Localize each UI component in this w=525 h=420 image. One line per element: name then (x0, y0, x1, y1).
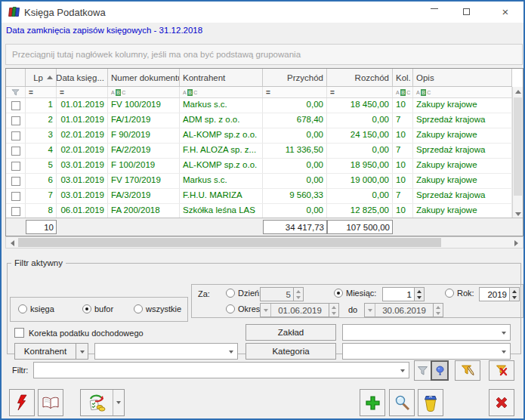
add-record-button[interactable] (360, 389, 385, 416)
spin-up-icon[interactable] (434, 304, 443, 310)
radio-label: księga (30, 304, 54, 313)
chevron-down-icon[interactable] (502, 351, 506, 354)
row-checkbox[interactable] (11, 177, 20, 186)
spin-up-icon[interactable] (510, 288, 519, 295)
column-header-rozchod[interactable]: Rozchód (327, 69, 393, 86)
close-window-button[interactable]: × (497, 5, 514, 20)
table-row[interactable]: 101.01.2019FV 100/2019Markus s.c.0,0018 … (6, 98, 512, 113)
radio-rok[interactable]: Rok: (445, 289, 474, 298)
filter-cell-data-ksiegowania[interactable]: = (57, 87, 108, 97)
row-checkbox[interactable] (11, 192, 20, 201)
radio-ksiega[interactable]: księga (18, 304, 54, 313)
rok-spinner[interactable]: 2019 (479, 287, 520, 301)
spin-up-icon[interactable] (415, 288, 424, 295)
row-checkbox[interactable] (11, 147, 20, 156)
renumber-dropdown-button[interactable] (113, 390, 124, 415)
delete-record-button[interactable] (418, 389, 443, 416)
ledger-book-button[interactable] (38, 389, 63, 416)
table-row[interactable]: 402.01.2019FA/2/2019F.H. ALOZA sp. z...1… (6, 144, 512, 159)
column-header-kol[interactable]: Kol. (393, 69, 413, 86)
miesiac-spinner[interactable]: 1 (382, 287, 425, 301)
spin-up-icon[interactable] (294, 288, 303, 295)
renumber-button[interactable] (80, 389, 125, 416)
table-row[interactable]: 201.01.2019FA/1/2019ADM sp. z o.o.678,40… (6, 113, 512, 128)
filter-cell-lp[interactable]: = (26, 87, 57, 97)
cell-numer-dokumentu: FA/2/2019 (108, 144, 180, 158)
group-by-panel[interactable]: Przeciągnij tutaj nagłówek kolumny, jeśl… (5, 44, 523, 65)
vertical-scrollbar[interactable] (512, 87, 523, 219)
dzien-spinner[interactable]: 5 (260, 287, 304, 301)
kategoria-combobox[interactable] (342, 343, 511, 360)
chevron-down-icon[interactable] (229, 351, 233, 354)
okres-to-datepicker[interactable]: 30.06.2019 (364, 303, 443, 317)
row-checkbox[interactable] (11, 131, 20, 141)
radio-wszystkie[interactable]: wszystkie (134, 304, 181, 313)
column-header-label: Kontrahent (183, 73, 225, 82)
column-header-lp[interactable]: Lp (26, 69, 57, 86)
spin-up-icon[interactable] (329, 304, 338, 310)
scroll-up-icon[interactable] (513, 87, 523, 97)
row-checkbox[interactable] (11, 207, 20, 216)
minimize-button[interactable] (426, 5, 443, 20)
clear-filter-button[interactable] (489, 360, 514, 381)
zaklad-button[interactable]: Zakład (246, 324, 336, 341)
column-header-kontrahent[interactable]: Kontrahent (180, 69, 263, 86)
spin-down-icon[interactable] (434, 310, 443, 317)
clear-row-filter-cell[interactable] (6, 87, 26, 97)
table-row[interactable]: 503.01.2019F 100/2019AL-KOMP sp.z o.o.0,… (6, 159, 512, 174)
spin-down-icon[interactable] (329, 310, 338, 317)
korekta-checkbox[interactable] (14, 328, 24, 338)
equals-filter-icon: = (60, 88, 64, 97)
kontrahent-dropdown-button[interactable] (76, 343, 88, 360)
filter-cell-rozchod[interactable]: = (327, 87, 393, 97)
horizontal-scrollbar[interactable] (5, 236, 523, 249)
chevron-down-icon[interactable] (400, 369, 405, 372)
row-checkbox[interactable] (11, 101, 20, 110)
chevron-down-icon[interactable] (502, 332, 506, 335)
radio-dzien[interactable]: Dzień: (226, 289, 261, 298)
column-header-opis[interactable]: Opis (413, 69, 512, 86)
filtr-combobox[interactable] (33, 362, 409, 378)
filter-cell-opis[interactable]: ABC (413, 87, 512, 97)
column-header-numer-dokumentu[interactable]: Numer dokumentu (108, 69, 180, 86)
vertical-scroll-thumb[interactable] (514, 97, 522, 196)
table-row[interactable]: 806.01.2019FA 200/2018Szkółka leśna LAS0… (6, 204, 512, 219)
row-checkbox[interactable] (11, 116, 20, 125)
book-entries-button[interactable] (9, 389, 35, 416)
radio-bufor[interactable]: bufor (82, 304, 113, 313)
table-row[interactable]: 603.01.2019FV 170/2019Markus s.c.0,0019 … (6, 174, 512, 189)
horizontal-scroll-thumb[interactable] (18, 238, 441, 247)
radio-miesiac[interactable]: Miesiąc: (334, 289, 376, 298)
kontrahent-combobox[interactable] (94, 343, 238, 360)
spin-down-icon[interactable] (415, 295, 424, 301)
pin-filter-button[interactable] (431, 360, 449, 381)
filter-cell-kontrahent[interactable]: ABC (180, 87, 263, 97)
calendar-dropdown-icon[interactable] (365, 304, 375, 317)
filter-cell-przychod[interactable]: = (263, 87, 327, 97)
cell-kol: 7 (393, 144, 413, 158)
apply-filter-button[interactable] (414, 360, 431, 381)
filter-cell-numer-dokumentu[interactable]: ABC (108, 87, 180, 97)
maximize-button[interactable] (458, 5, 474, 20)
row-checkbox[interactable] (11, 162, 20, 171)
column-header-data-ksiegowania[interactable]: Data księg... (57, 69, 108, 86)
zaklad-combobox[interactable] (342, 324, 511, 341)
view-record-button[interactable] (389, 389, 415, 416)
close-button[interactable] (489, 389, 514, 416)
cell-lp: 4 (26, 144, 57, 158)
spin-down-icon[interactable] (510, 295, 519, 301)
filter-wizard-button[interactable] (455, 360, 480, 381)
table-row[interactable]: 703.01.2019FA/3/2019F.H.U. MARIZA9 560,3… (6, 189, 512, 204)
cell-numer-dokumentu: F 90/2019 (108, 128, 180, 143)
kategoria-button[interactable]: Kategoria (246, 343, 336, 360)
scroll-right-icon[interactable] (511, 238, 521, 248)
spin-down-icon[interactable] (294, 295, 303, 301)
kontrahent-button[interactable]: Kontrahent (14, 343, 76, 360)
scroll-left-icon[interactable] (8, 238, 17, 248)
filter-cell-kol[interactable]: ABC (393, 87, 413, 97)
okres-from-datepicker[interactable]: 01.06.2019 (260, 303, 339, 317)
column-header-przychod[interactable]: Przychód (263, 69, 327, 86)
table-row[interactable]: 302.01.2019F 90/2019AL-KOMP sp.z o.o.0,0… (6, 128, 512, 144)
calendar-dropdown-icon[interactable] (261, 304, 271, 317)
radio-okres[interactable]: Okres: (226, 304, 262, 313)
